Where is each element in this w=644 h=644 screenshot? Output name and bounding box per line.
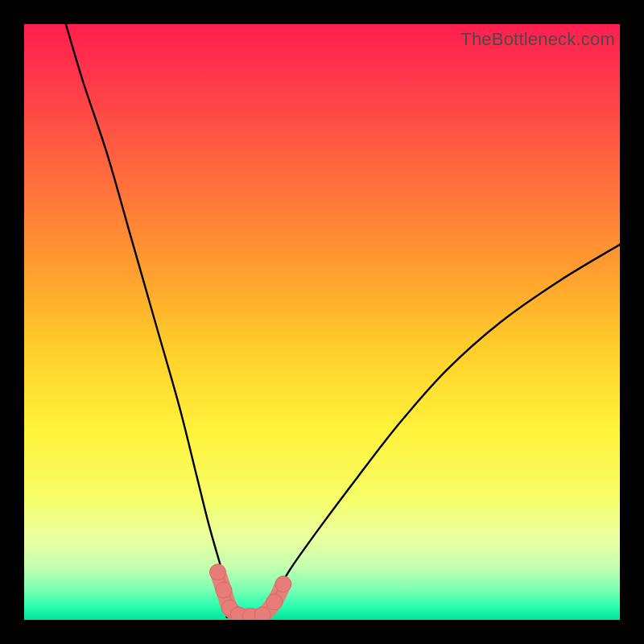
watermark-text: TheBottleneck.com — [460, 29, 615, 50]
plot-area: TheBottleneck.com — [24, 24, 620, 620]
marker-group — [210, 564, 291, 620]
valley-marker — [254, 607, 270, 620]
valley-marker — [210, 564, 226, 580]
outer-frame: TheBottleneck.com — [0, 0, 644, 644]
valley-marker — [275, 576, 291, 592]
valley-marker — [266, 594, 283, 610]
bottleneck-curve — [24, 24, 620, 620]
valley-marker — [216, 582, 232, 598]
curve-path — [66, 24, 620, 617]
